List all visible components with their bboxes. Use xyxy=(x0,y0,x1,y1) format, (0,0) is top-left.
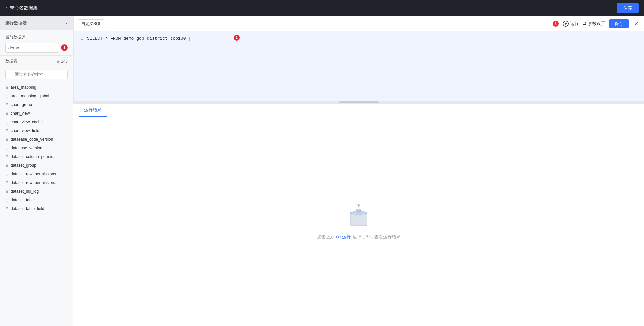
left-sidebar: 选择数据源 ‹ 当前数据源 demo 1 数据表 ⊞ 143 🔍 xyxy=(0,16,73,326)
top-bar-right: 保存 xyxy=(617,3,639,13)
table-search-input[interactable] xyxy=(5,70,68,79)
tab-run-result[interactable]: 运行结果 xyxy=(79,104,107,117)
table-item-name: dataset_table_field xyxy=(11,206,44,211)
table-count-icon: ⊞ xyxy=(56,59,60,64)
table-list-item[interactable]: ⊞dataset_sql_log xyxy=(0,187,73,196)
table-list-item[interactable]: ⊞dataset_row_permissions xyxy=(0,170,73,178)
inline-run-icon xyxy=(336,235,341,239)
results-section: 运行结果 xyxy=(73,104,644,326)
back-icon[interactable]: ‹ xyxy=(5,5,7,11)
table-item-name: area_mapping xyxy=(11,85,36,90)
table-item-name: dataset_group xyxy=(11,163,36,168)
empty-illustration: 点击上方 运行 运行，即可查看运行结果 xyxy=(317,204,400,240)
scrollbar-indicator xyxy=(74,101,644,103)
table-list-item[interactable]: ⊞area_mapping xyxy=(0,83,73,92)
table-item-name: dataset_column_permis... xyxy=(11,154,56,159)
sidebar-header: 选择数据源 ‹ xyxy=(0,16,73,30)
table-item-icon: ⊞ xyxy=(5,120,9,124)
table-list-item[interactable]: ⊞dataset_group xyxy=(0,161,73,170)
results-tabs: 运行结果 xyxy=(73,104,644,117)
table-item-icon: ⊞ xyxy=(5,180,9,185)
table-list-item[interactable]: ⊞dataset_column_permis... xyxy=(0,152,73,161)
params-button[interactable]: ⇄ 参数设置 xyxy=(583,21,605,27)
search-wrapper: 🔍 xyxy=(5,70,68,79)
table-item-icon: ⊞ xyxy=(5,198,9,202)
table-item-name: chart_group xyxy=(11,102,32,107)
table-item-name: dataset_table xyxy=(11,198,35,202)
table-list: ⊞area_mapping⊞area_mapping_global⊞chart_… xyxy=(0,82,73,326)
scrollbar-thumb[interactable] xyxy=(339,101,379,103)
datasource-select[interactable]: demo xyxy=(5,43,59,53)
badge-3: 3 xyxy=(553,21,559,27)
sql-editor-container: 自定义SQL 3 运行 ⇄ 参数设置 保存 ✕ xyxy=(73,16,644,104)
main-layout: 选择数据源 ‹ 当前数据源 demo 1 数据表 ⊞ 143 🔍 xyxy=(0,16,644,326)
run-icon xyxy=(563,21,569,27)
table-list-item[interactable]: ⊞dataease_code_version xyxy=(0,135,73,144)
table-item-name: dataset_row_permissions xyxy=(11,172,56,176)
table-item-name: area_mapping_global xyxy=(11,94,49,98)
table-list-item[interactable]: ⊞chart_group xyxy=(0,100,73,109)
right-content: 自定义SQL 3 运行 ⇄ 参数设置 保存 ✕ xyxy=(73,16,644,326)
results-body: 点击上方 运行 运行，即可查看运行结果 xyxy=(73,117,644,326)
empty-text-after: 运行，即可查看运行结果 xyxy=(353,234,400,240)
datasource-label: 当前数据源 xyxy=(5,34,68,40)
top-bar: ‹ 未命名数据集 保存 xyxy=(0,0,644,16)
run-button[interactable]: 运行 xyxy=(563,21,579,27)
badge-2: 2 xyxy=(234,35,240,41)
table-item-name: dataease_version xyxy=(11,146,42,150)
table-item-icon: ⊞ xyxy=(5,146,9,150)
table-item-icon: ⊞ xyxy=(5,172,9,176)
tables-count-number: 143 xyxy=(61,59,68,64)
play-triangle xyxy=(565,23,567,25)
badge-1: 1 xyxy=(61,44,68,51)
run-label-inline: 运行 xyxy=(342,234,351,240)
sidebar-header-title: 选择数据源 xyxy=(5,20,27,26)
table-item-name: dataease_code_version xyxy=(11,137,53,142)
empty-text-before: 点击上方 xyxy=(317,234,334,240)
sidebar-collapse-icon[interactable]: ‹ xyxy=(66,20,68,26)
sql-editor[interactable]: 1 SELECT * FROM demo_gdp_district_top100… xyxy=(74,31,644,101)
params-icon: ⇄ xyxy=(583,21,587,26)
table-list-item[interactable]: ⊞dataset_table_field xyxy=(0,204,73,213)
table-list-item[interactable]: ⊞chart_view xyxy=(0,109,73,118)
empty-box-illustration xyxy=(344,204,374,229)
table-item-name: chart_view_cache xyxy=(11,120,43,124)
run-label: 运行 xyxy=(570,21,579,27)
top-save-button[interactable]: 保存 xyxy=(617,3,639,13)
custom-sql-tag: 自定义SQL xyxy=(78,19,105,28)
tables-section: 数据表 ⊞ 143 xyxy=(0,56,73,67)
sql-code[interactable]: SELECT * FROM demo_gdp_district_top100 | xyxy=(87,35,644,97)
search-box: 🔍 xyxy=(0,67,73,82)
datasource-section: 当前数据源 demo 1 xyxy=(0,30,73,56)
table-item-icon: ⊞ xyxy=(5,128,9,133)
table-item-name: dataset_row_permission... xyxy=(11,180,57,185)
table-item-icon: ⊞ xyxy=(5,85,9,90)
table-list-item[interactable]: ⊞dataset_row_permission... xyxy=(0,178,73,187)
table-item-icon: ⊞ xyxy=(5,102,9,107)
tab-run-result-label: 运行结果 xyxy=(84,107,101,112)
editor-toolbar-left: 自定义SQL xyxy=(78,19,105,28)
table-list-item[interactable]: ⊞chart_view_cache xyxy=(0,118,73,126)
editor-save-button[interactable]: 保存 xyxy=(609,19,629,28)
table-item-name: chart_view xyxy=(11,111,30,116)
tables-label: 数据表 xyxy=(5,58,17,64)
empty-text: 点击上方 运行 运行，即可查看运行结果 xyxy=(317,234,400,240)
table-list-item[interactable]: ⊞chart_view_field xyxy=(0,126,73,135)
empty-run-inline: 运行 xyxy=(336,234,351,240)
table-item-icon: ⊞ xyxy=(5,154,9,159)
table-list-item[interactable]: ⊞dataset_table xyxy=(0,196,73,204)
params-label: 参数设置 xyxy=(588,21,605,27)
table-item-icon: ⊞ xyxy=(5,206,9,211)
tables-count: ⊞ 143 xyxy=(56,59,68,64)
table-item-name: dataset_sql_log xyxy=(11,189,39,194)
editor-close-button[interactable]: ✕ xyxy=(633,21,640,27)
line-numbers: 1 xyxy=(74,35,87,97)
table-item-name: chart_view_field xyxy=(11,128,39,133)
editor-toolbar: 自定义SQL 3 运行 ⇄ 参数设置 保存 ✕ xyxy=(74,16,644,31)
page-title: 未命名数据集 xyxy=(10,5,38,11)
table-list-item[interactable]: ⊞area_mapping_global xyxy=(0,92,73,100)
table-list-item[interactable]: ⊞dataease_version xyxy=(0,144,73,152)
table-item-icon: ⊞ xyxy=(5,189,9,194)
datasource-select-wrapper: demo 1 xyxy=(5,43,68,53)
top-bar-left: ‹ 未命名数据集 xyxy=(5,5,38,11)
